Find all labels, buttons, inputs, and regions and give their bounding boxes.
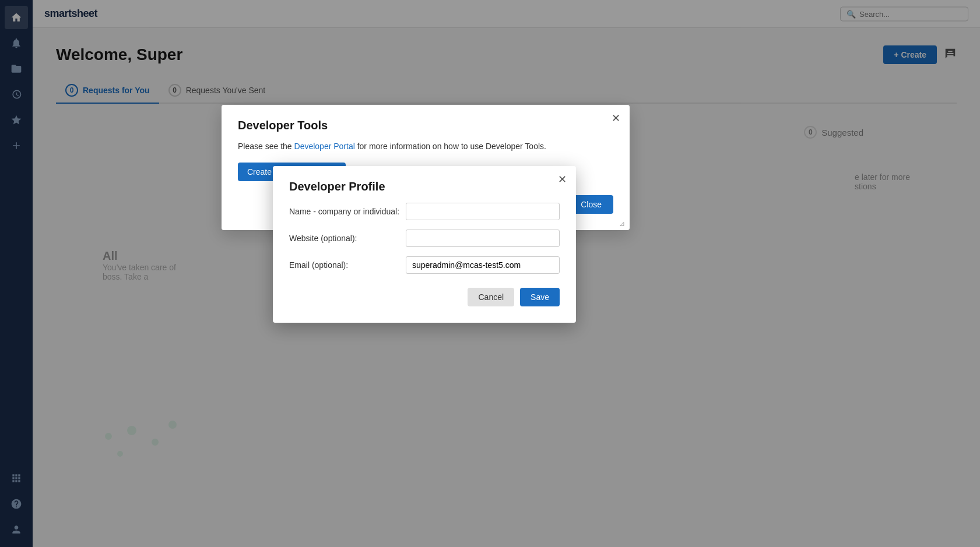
dialog-resize-handle[interactable]: ⊿ <box>619 220 627 228</box>
website-row: Website (optional): <box>289 230 560 247</box>
website-label: Website (optional): <box>289 234 406 243</box>
dev-tools-title: Developer Tools <box>238 119 613 132</box>
name-row: Name - company or individual: <box>289 203 560 220</box>
dev-tools-body-text1: Please see the <box>238 142 294 151</box>
dev-profile-title: Developer Profile <box>289 180 560 193</box>
email-row: Email (optional): <box>289 256 560 274</box>
name-label: Name - company or individual: <box>289 207 406 216</box>
email-label: Email (optional): <box>289 260 406 270</box>
cancel-button[interactable]: Cancel <box>468 288 514 306</box>
name-input[interactable] <box>406 203 560 220</box>
save-button[interactable]: Save <box>520 288 560 306</box>
developer-portal-link[interactable]: Developer Portal <box>294 142 355 151</box>
email-input[interactable] <box>406 256 560 274</box>
profile-dialog-footer: Cancel Save <box>289 288 560 306</box>
dev-profile-close-icon[interactable]: ✕ <box>558 174 567 185</box>
dev-tools-close-icon[interactable]: ✕ <box>612 113 620 123</box>
dev-tools-body-text2: for more information on how to use Devel… <box>355 142 546 151</box>
website-input[interactable] <box>406 230 560 247</box>
dev-tools-body: Please see the Developer Portal for more… <box>238 142 613 151</box>
developer-profile-dialog: Developer Profile ✕ Name - company or in… <box>273 166 576 323</box>
